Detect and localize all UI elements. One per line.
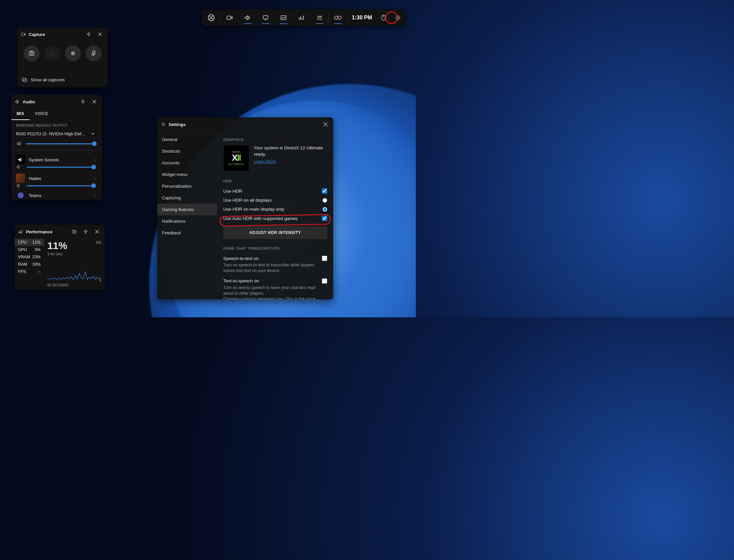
pin-icon[interactable]: [84, 30, 93, 39]
svg-point-13: [31, 53, 33, 55]
speech-to-text-desc: Turn on speech-to-text to transcribe oth…: [223, 262, 327, 274]
display-icon[interactable]: [257, 10, 275, 26]
option-hdr-all-displays[interactable]: Use HDR on all displays: [223, 196, 327, 205]
option-use-hdr[interactable]: Use HDR: [223, 186, 327, 196]
learn-more-link[interactable]: Learn More: [254, 159, 276, 164]
option-speech-to-text[interactable]: Speech-to-text on: [223, 254, 327, 263]
favorite-icon[interactable]: ☆: [93, 193, 97, 198]
cpu-sparkline: [47, 259, 101, 283]
sidebar-item[interactable]: Capturing: [157, 192, 217, 204]
speaker-icon: [17, 141, 23, 146]
default-output-label: WINDOWS DEFAULT OUTPUT: [11, 120, 102, 128]
gallery-icon[interactable]: [275, 10, 293, 26]
adjust-hdr-intensity-button[interactable]: ADJUST HDR INTENSITY: [223, 226, 327, 239]
app-volume-slider[interactable]: [27, 185, 96, 186]
metric-row-ram[interactable]: RAM33%: [15, 261, 44, 268]
checkbox-auto-hdr[interactable]: [322, 216, 327, 221]
settings-content[interactable]: GRAPHICS DirectX XII ULTIMATE Your syste…: [217, 132, 333, 299]
master-volume-slider[interactable]: [26, 143, 97, 144]
audio-icon[interactable]: [239, 10, 257, 26]
directx-heading: Your system is DirectX 12 Ultimate ready…: [254, 145, 327, 158]
xbox-social-icon[interactable]: [311, 10, 329, 26]
settings-gear-icon[interactable]: [390, 10, 405, 26]
radio-hdr-main[interactable]: [323, 207, 327, 212]
record-button[interactable]: [65, 45, 81, 61]
performance-widget: Performance CPU11% GPU3% VRAM23% RAM33% …: [15, 225, 105, 290]
radio-hdr-all[interactable]: [323, 198, 327, 203]
svg-point-18: [73, 230, 74, 231]
sidebar-item[interactable]: Feedback: [157, 227, 217, 239]
record-dot-icon: [71, 51, 75, 55]
metric-row-gpu[interactable]: GPU3%: [15, 246, 44, 253]
checkbox-speech-to-text[interactable]: [322, 256, 327, 261]
metric-big-value: 11%: [47, 241, 101, 251]
close-icon[interactable]: [93, 227, 101, 236]
svg-rect-17: [23, 79, 27, 82]
app-name: Hades: [29, 176, 90, 181]
speaker-icon: [17, 165, 23, 169]
show-all-captures-button[interactable]: Show all captures: [17, 74, 108, 87]
capture-widget: Capture Show all captures: [17, 27, 108, 87]
clock: 1:30 PM: [347, 15, 376, 21]
gear-icon: [161, 122, 166, 127]
resources-icon[interactable]: [329, 10, 347, 26]
option-text-to-speech[interactable]: Text-to-speech on: [223, 276, 327, 286]
pin-icon[interactable]: [79, 97, 87, 106]
checkbox-text-to-speech[interactable]: [322, 278, 327, 284]
sidebar-item[interactable]: Personalization: [157, 180, 217, 192]
x-axis-label: 60 SECONDS: [47, 283, 101, 287]
capture-icon[interactable]: [221, 10, 239, 26]
sidebar-item[interactable]: General: [157, 134, 217, 145]
options-icon[interactable]: [70, 227, 79, 236]
close-icon[interactable]: [321, 120, 330, 129]
svg-point-4: [318, 16, 320, 18]
favorite-icon[interactable]: ☆: [93, 157, 97, 162]
option-auto-hdr[interactable]: Use Auto HDR with supported games: [223, 214, 327, 223]
checkbox-use-hdr[interactable]: [322, 188, 327, 194]
y-max-label: 100: [96, 241, 101, 244]
sidebar-item[interactable]: Notifications: [157, 215, 217, 227]
sidebar-item[interactable]: Gaming features: [157, 204, 217, 215]
svg-rect-11: [21, 33, 24, 36]
settings-sidebar: General Shortcuts Accounts Widget menu P…: [157, 132, 217, 299]
settings-title: Settings: [169, 122, 186, 127]
app-volume-slider[interactable]: [27, 167, 96, 168]
svg-point-20: [73, 233, 74, 234]
option-hdr-main-only[interactable]: Use HDR on main display only: [223, 205, 327, 214]
svg-rect-2: [263, 16, 268, 19]
app-icon: [18, 192, 24, 198]
tab-voice[interactable]: VOICE: [30, 109, 54, 120]
sidebar-item[interactable]: Shortcuts: [157, 145, 217, 157]
audio-title-icon: [15, 99, 20, 104]
screenshot-button[interactable]: [24, 45, 40, 61]
sidebar-item[interactable]: Accounts: [157, 157, 217, 169]
show-all-captures-label: Show all captures: [31, 77, 65, 82]
metric-row-fps[interactable]: FPS--: [15, 268, 44, 275]
cpu-frequency: 3.40 GHz: [47, 252, 101, 256]
graphics-section-label: GRAPHICS: [223, 138, 327, 142]
svg-rect-1: [227, 16, 231, 19]
metric-row-vram[interactable]: VRAM23%: [15, 253, 44, 261]
favorite-icon[interactable]: ☆: [93, 176, 97, 181]
record-last-button[interactable]: [44, 45, 60, 61]
tab-mix[interactable]: MIX: [11, 109, 30, 120]
metrics-list: CPU11% GPU3% VRAM23% RAM33% FPS--: [15, 239, 44, 290]
performance-title: Performance: [26, 229, 52, 234]
close-icon[interactable]: [96, 30, 104, 39]
svg-point-6: [335, 16, 338, 19]
sidebar-item[interactable]: Widget menu: [157, 169, 217, 180]
mic-toggle-button[interactable]: [86, 45, 102, 61]
game-icon: [16, 174, 25, 183]
xbox-icon[interactable]: [202, 10, 220, 26]
hdr-section-label: HDR: [223, 179, 327, 183]
app-name: System Sounds: [29, 157, 90, 162]
chevron-down-icon[interactable]: [89, 129, 97, 138]
pin-icon[interactable]: [81, 227, 90, 236]
settings-widget: Settings General Shortcuts Accounts Widg…: [157, 117, 333, 299]
metric-row-cpu[interactable]: CPU11%: [15, 239, 44, 246]
divider: [16, 150, 97, 150]
mouse-icon[interactable]: [376, 10, 390, 26]
text-to-speech-desc: Turn on text-to-speech to have your chat…: [223, 285, 327, 299]
close-icon[interactable]: [90, 97, 99, 106]
performance-icon[interactable]: [293, 10, 311, 26]
